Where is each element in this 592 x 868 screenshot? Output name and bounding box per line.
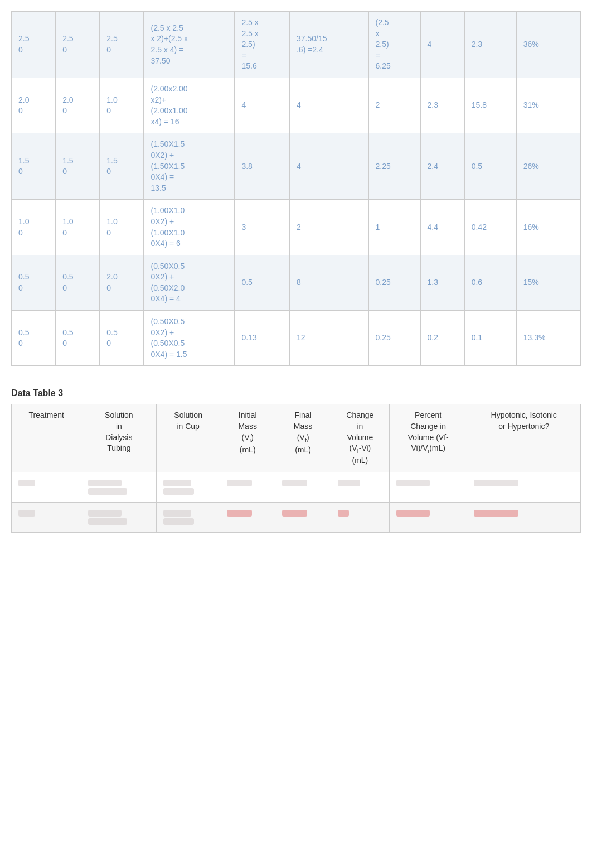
table-cell: 4.4 [420,200,464,255]
data-table3-title: Data Table 3 [11,388,581,398]
table-cell: 8 [289,255,368,310]
table-cell: 2.3 [464,12,516,78]
table-cell: 0.50 [56,255,100,310]
table-cell: 0.1 [464,311,516,366]
table-cell: 2.00 [56,78,100,133]
col-final-mass: FinalMass(Vf)(mL) [275,404,331,472]
col-treatment: Treatment [12,404,81,472]
table-row [12,502,581,532]
col-change-volume: ChangeinVolume(Vf-Vi)(mL) [331,404,389,472]
table-cell: 37.50/15.6) =2.4 [289,12,368,78]
table-cell: 3.8 [235,133,290,200]
col-solution-cup: Solutionin Cup [157,404,220,472]
table-cell: 1.50 [100,133,144,200]
table-cell: 0.42 [464,200,516,255]
table-cell: 12 [289,311,368,366]
table-cell: 1 [368,200,420,255]
col-hypotonic: Hypotonic, Isotonicor Hypertonic? [467,404,581,472]
data-table3: Treatment SolutioninDialysisTubing Solut… [11,404,581,533]
table-cell: 1.50 [56,133,100,200]
table-cell: 15% [516,255,580,310]
table-cell: 0.6 [464,255,516,310]
table-cell: 4 [235,78,290,133]
table-cell: (1.50X1.50X2) +(1.50X1.50X4) =13.5 [144,133,235,200]
table-cell: (2.00x2.00x2)+(2.00x1.00x4) = 16 [144,78,235,133]
table-cell: 2.25 [368,133,420,200]
table-cell: 1.00 [12,200,56,255]
table-cell: 2 [289,200,368,255]
table-cell: 1.00 [56,200,100,255]
table-cell: 0.13 [235,311,290,366]
table-cell: 26% [516,133,580,200]
table-cell: 0.25 [368,255,420,310]
col-percent-change: PercentChange inVolume (Vf-Vi)/Vi(mL) [389,404,467,472]
table-cell: 2.50 [12,12,56,78]
table-cell: 2.3 [420,78,464,133]
table-cell: 3 [235,200,290,255]
col-solution-dialysis: SolutioninDialysisTubing [81,404,157,472]
table-cell: 0.2 [420,311,464,366]
table-cell: 1.50 [12,133,56,200]
table-cell: (0.50X0.50X2) +(0.50X0.50X4) = 1.5 [144,311,235,366]
table-cell: 4 [420,12,464,78]
table-cell: 1.3 [420,255,464,310]
table-cell: 36% [516,12,580,78]
table-cell: 16% [516,200,580,255]
table-cell: 2.50 [100,12,144,78]
table-cell: (1.00X1.00X2) +(1.00X1.00X4) = 6 [144,200,235,255]
table-cell: 0.50 [100,311,144,366]
table-cell: 2.00 [12,78,56,133]
col-initial-mass: InitialMass(Vi)(mL) [220,404,275,472]
table-cell: 0.50 [56,311,100,366]
table-cell: 1.00 [100,200,144,255]
table-cell: 2.4 [420,133,464,200]
table-cell: 2 [368,78,420,133]
table-cell: 0.25 [368,311,420,366]
table-cell: 13.3% [516,311,580,366]
table-cell: 4 [289,78,368,133]
table-cell: 31% [516,78,580,133]
table-cell: 2.50 [56,12,100,78]
table-cell: 0.5 [235,255,290,310]
table-cell: 4 [289,133,368,200]
table-cell: 2.5 x2.5 x2.5)=15.6 [235,12,290,78]
table-cell: 0.50 [12,311,56,366]
table-cell: (0.50X0.50X2) +(0.50X2.00X4) = 4 [144,255,235,310]
table-cell: (2.5 x 2.5x 2)+(2.5 x2.5 x 4) =37.50 [144,12,235,78]
table-cell: 2.00 [100,255,144,310]
table-cell: 0.5 [464,133,516,200]
table-cell: 0.50 [12,255,56,310]
table-cell: (2.5x2.5)=6.25 [368,12,420,78]
table-cell: 1.00 [100,78,144,133]
table-cell: 15.8 [464,78,516,133]
top-data-table: 2.502.502.50(2.5 x 2.5x 2)+(2.5 x2.5 x 4… [11,11,581,366]
table-row [12,472,581,502]
